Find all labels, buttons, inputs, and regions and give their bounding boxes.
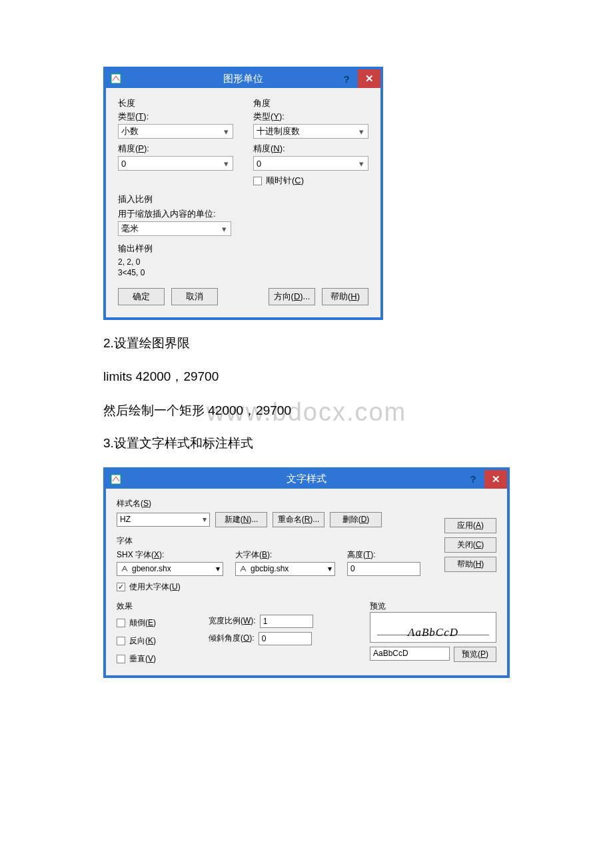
angle-precision-value: 0 xyxy=(257,159,261,169)
width-factor-label: 宽度比例(W): xyxy=(209,615,256,627)
insert-scale-value: 毫米 xyxy=(121,223,139,235)
checkbox-icon xyxy=(117,655,125,663)
clockwise-label: 顺时针(C) xyxy=(266,175,304,187)
dialog-body: 长度 类型(T): 小数▾ 精度(P): 0▾ 角度 类型(Y): 十进制度数▾… xyxy=(106,88,380,317)
chevron-down-icon: ▾ xyxy=(222,127,230,135)
side-buttons: 应用(A) 关闭(C) 帮助(H) xyxy=(444,518,496,572)
height-value: 0 xyxy=(350,564,355,573)
font-icon xyxy=(239,564,248,573)
length-type-value: 小数 xyxy=(121,125,139,137)
apply-button[interactable]: 应用(A) xyxy=(444,518,496,533)
window-buttons: ? ✕ xyxy=(335,69,380,88)
bigfont-select[interactable]: gbcbig.shx ▾ xyxy=(235,562,335,576)
preview-sample-text: AaBbCcD xyxy=(408,626,458,639)
width-factor-input[interactable]: 1 xyxy=(260,615,313,628)
upside-down-checkbox[interactable]: 颠倒(E) xyxy=(117,617,190,629)
angle-type-value: 十进制度数 xyxy=(257,125,300,137)
backward-checkbox[interactable]: 反向(K) xyxy=(117,635,190,647)
length-precision-value: 0 xyxy=(121,159,126,169)
chevron-down-icon: ▾ xyxy=(220,225,228,233)
chevron-down-icon: ▾ xyxy=(328,564,332,573)
height-input[interactable]: 0 xyxy=(347,562,420,576)
angle-precision-label: 精度(N): xyxy=(253,143,368,155)
length-header: 长度 xyxy=(118,97,233,109)
chevron-down-icon: ▾ xyxy=(222,159,230,167)
length-precision-label: 精度(P): xyxy=(118,143,233,155)
direction-button[interactable]: 方向(D)... xyxy=(269,288,315,305)
length-type-select[interactable]: 小数▾ xyxy=(118,124,233,139)
app-icon xyxy=(110,473,122,485)
preview-box: AaBbCcD xyxy=(370,612,496,643)
insert-scale-select[interactable]: 毫米▾ xyxy=(118,221,231,236)
svg-rect-0 xyxy=(111,74,121,83)
effects-header: 效果 xyxy=(117,601,343,612)
help-icon[interactable]: ? xyxy=(335,69,358,88)
insert-scale-desc: 用于缩放插入内容的单位: xyxy=(118,208,368,220)
vertical-checkbox[interactable]: 垂直(V) xyxy=(117,653,190,665)
checkbox-icon xyxy=(253,177,262,185)
checkbox-icon xyxy=(117,637,125,645)
step3-text: 3.设置文字样式和标注样式 xyxy=(103,433,510,453)
oblique-angle-label: 倾斜角度(O): xyxy=(209,633,255,644)
clockwise-checkbox[interactable]: 顺时针(C) xyxy=(253,175,368,187)
step2-text: 2.设置绘图界限 xyxy=(103,333,510,353)
preview-header: 预览 xyxy=(370,601,496,612)
dialog-title: 文字样式 xyxy=(287,473,326,485)
dialog-title: 图形单位 xyxy=(223,73,263,85)
style-name-label: 样式名(S) xyxy=(117,498,430,509)
close-icon[interactable]: ✕ xyxy=(358,69,380,88)
units-dialog: 图形单位 ? ✕ 长度 类型(T): 小数▾ 精度(P): 0▾ 角度 类型(Y… xyxy=(103,67,383,320)
shx-font-label: SHX 字体(X): xyxy=(117,549,223,561)
text-style-dialog: 文字样式 ? ✕ 应用(A) 关闭(C) 帮助(H) 样式名(S) HZ▾ 新建… xyxy=(103,467,510,678)
checkbox-icon xyxy=(117,619,125,627)
length-type-label: 类型(T): xyxy=(118,111,233,123)
style-name-value: HZ xyxy=(120,515,131,524)
titlebar[interactable]: 图形单位 ? ✕ xyxy=(106,69,380,88)
app-icon xyxy=(110,73,122,85)
output-sample-line2: 3<45, 0 xyxy=(118,268,368,277)
chevron-down-icon: ▾ xyxy=(216,564,220,573)
insert-scale-header: 插入比例 xyxy=(118,193,368,205)
close-icon[interactable]: ✕ xyxy=(484,470,507,489)
chevron-down-icon: ▾ xyxy=(357,159,365,167)
limits-text: limits 42000，29700 xyxy=(103,367,510,387)
bigfont-value: gbcbig.shx xyxy=(251,564,289,573)
height-label: 高度(T): xyxy=(347,549,420,561)
shx-font-select[interactable]: gbenor.shx ▾ xyxy=(117,562,223,576)
new-style-button[interactable]: 新建(N)... xyxy=(215,512,267,527)
style-name-select[interactable]: HZ▾ xyxy=(117,513,210,527)
delete-style-button[interactable]: 删除(D) xyxy=(330,512,382,527)
help-button[interactable]: 帮助(H) xyxy=(444,557,496,572)
font-header: 字体 xyxy=(117,535,496,547)
use-bigfont-label: 使用大字体(U) xyxy=(129,581,181,593)
font-icon xyxy=(120,564,129,573)
window-buttons: ? ✕ xyxy=(462,470,507,489)
ok-button[interactable]: 确定 xyxy=(118,288,165,305)
help-icon[interactable]: ? xyxy=(462,470,484,489)
angle-type-label: 类型(Y): xyxy=(253,111,368,123)
chevron-down-icon: ▾ xyxy=(357,127,365,135)
cancel-button[interactable]: 取消 xyxy=(171,288,218,305)
close-button[interactable]: 关闭(C) xyxy=(444,537,496,553)
bigfont-label: 大字体(B): xyxy=(235,549,335,561)
shx-font-value: gbenor.shx xyxy=(132,564,171,573)
svg-rect-1 xyxy=(111,475,121,484)
help-button[interactable]: 帮助(H) xyxy=(322,288,368,305)
preview-button[interactable]: 预览(P) xyxy=(454,647,496,662)
angle-header: 角度 xyxy=(253,97,368,109)
dialog-body: 应用(A) 关闭(C) 帮助(H) 样式名(S) HZ▾ 新建(N)... 重命… xyxy=(106,489,507,675)
output-sample-line1: 2, 2, 0 xyxy=(118,257,368,267)
rect-text: 然后绘制一个矩形 42000，29700 xyxy=(103,401,510,421)
angle-precision-select[interactable]: 0▾ xyxy=(253,156,368,171)
titlebar[interactable]: 文字样式 ? ✕ xyxy=(106,470,507,489)
checkbox-icon xyxy=(117,583,125,591)
angle-type-select[interactable]: 十进制度数▾ xyxy=(253,124,368,139)
oblique-angle-input[interactable]: 0 xyxy=(259,632,312,645)
output-sample-header: 输出样例 xyxy=(118,243,368,255)
chevron-down-icon: ▾ xyxy=(203,515,207,524)
length-precision-select[interactable]: 0▾ xyxy=(118,156,233,171)
use-bigfont-checkbox[interactable]: 使用大字体(U) xyxy=(117,581,223,593)
preview-input[interactable]: AaBbCcD xyxy=(370,647,450,661)
rename-style-button[interactable]: 重命名(R)... xyxy=(273,512,324,527)
